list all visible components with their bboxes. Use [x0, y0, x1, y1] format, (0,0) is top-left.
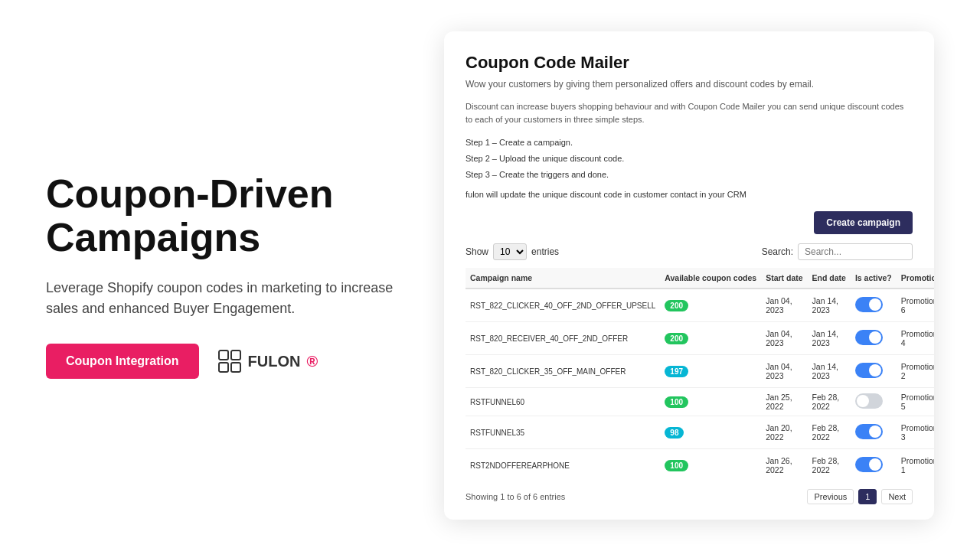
prev-button[interactable]: Previous	[807, 489, 854, 504]
cell-end-date: Jan 14, 2023	[808, 355, 851, 388]
panel-title: Coupon Code Mailer	[466, 53, 913, 73]
cell-is-active[interactable]	[851, 289, 897, 322]
cell-promotion: Promotion Code 3	[897, 416, 934, 449]
step-2: Step 2 – Upload the unique discount code…	[466, 151, 913, 167]
fulon-accent: ®	[306, 353, 318, 370]
create-campaign-button[interactable]: Create campaign	[814, 211, 913, 234]
bottom-row: Coupon Integration FULON®	[46, 344, 398, 379]
cell-available-codes: 100	[660, 388, 761, 416]
show-label: Show	[466, 246, 488, 257]
panel-header-actions: Create campaign	[466, 211, 913, 234]
cell-available-codes: 200	[660, 322, 761, 355]
col-start-date: Start date	[761, 268, 807, 289]
cell-start-date: Jan 04, 2023	[761, 289, 807, 322]
cell-available-codes: 200	[660, 289, 761, 322]
table-header-row: Campaign name Available coupon codes Sta…	[466, 268, 934, 289]
col-promotion-field: Promotion field	[897, 268, 934, 289]
fulon-logo: FULON®	[217, 349, 318, 373]
cell-campaign-name: RST_820_CLICKER_35_OFF_MAIN_OFFER	[466, 355, 660, 388]
hero-title: Coupon-Driven Campaigns	[46, 172, 398, 259]
active-toggle[interactable]	[855, 297, 883, 312]
cell-campaign-name: RSTFUNNEL35	[466, 416, 660, 449]
cell-campaign-name: RST_822_CLICKER_40_OFF_2ND_OFFER_UPSELL	[466, 289, 660, 322]
cell-promotion: Promotion Code 6	[897, 289, 934, 322]
col-is-active: Is active?	[851, 268, 897, 289]
active-toggle[interactable]	[855, 424, 883, 439]
svg-rect-2	[219, 363, 228, 372]
left-panel: Coupon-Driven Campaigns Leverage Shopify…	[46, 172, 398, 379]
cell-start-date: Jan 04, 2023	[761, 322, 807, 355]
table-row: RST2NDOFFEREARPHONE 100 Jan 26, 2022 Feb…	[466, 449, 934, 482]
col-available-codes: Available coupon codes	[660, 268, 761, 289]
entries-label: entries	[531, 246, 559, 257]
table-row: RST_820_CLICKER_35_OFF_MAIN_OFFER 197 Ja…	[466, 355, 934, 388]
cell-promotion: Promotion Code 5	[897, 388, 934, 416]
right-panel: Coupon Code Mailer Wow your customers by…	[444, 31, 934, 520]
cell-is-active[interactable]	[851, 416, 897, 449]
panel-description: Discount can increase buyers shopping be…	[466, 100, 913, 127]
cell-available-codes: 98	[660, 416, 761, 449]
cell-start-date: Jan 20, 2022	[761, 416, 807, 449]
pagination: Previous 1 Next	[807, 489, 913, 504]
cell-campaign-name: RST2NDOFFEREARPHONE	[466, 449, 660, 482]
search-input[interactable]	[798, 243, 913, 260]
step-3: Step 3 – Create the triggers and done.	[466, 167, 913, 183]
cell-start-date: Jan 26, 2022	[761, 449, 807, 482]
table-row: RSTFUNNEL60 100 Jan 25, 2022 Feb 28, 202…	[466, 388, 934, 416]
cell-available-codes: 197	[660, 355, 761, 388]
cell-end-date: Feb 28, 2022	[808, 449, 851, 482]
panel-note: fulon will update the unique discount co…	[466, 190, 913, 199]
next-button[interactable]: Next	[881, 489, 913, 504]
table-row: RST_822_CLICKER_40_OFF_2ND_OFFER_UPSELL …	[466, 289, 934, 322]
fulon-logo-icon	[217, 349, 242, 373]
table-row: RST_820_RECEIVER_40_OFF_2ND_OFFER 200 Ja…	[466, 322, 934, 355]
cell-promotion: Promotion Code 4	[897, 322, 934, 355]
active-toggle[interactable]	[855, 457, 883, 472]
cell-start-date: Jan 04, 2023	[761, 355, 807, 388]
svg-rect-1	[231, 350, 240, 360]
cell-promotion: Promotion Code 1	[897, 449, 934, 482]
step-1: Step 1 – Create a campaign.	[466, 135, 913, 151]
cell-end-date: Jan 14, 2023	[808, 289, 851, 322]
page-1-button[interactable]: 1	[858, 489, 877, 504]
table-row: RSTFUNNEL35 98 Jan 20, 2022 Feb 28, 2022…	[466, 416, 934, 449]
active-toggle[interactable]	[855, 363, 883, 378]
fulon-text: FULON	[248, 353, 301, 370]
table-footer: Showing 1 to 6 of 6 entries Previous 1 N…	[466, 489, 913, 504]
show-entries-control: Show 10 25 50 entries	[466, 243, 559, 260]
cell-end-date: Feb 28, 2022	[808, 388, 851, 416]
coupon-integration-button[interactable]: Coupon Integration	[46, 344, 199, 379]
cell-is-active[interactable]	[851, 322, 897, 355]
active-toggle[interactable]	[855, 330, 883, 345]
table-controls: Show 10 25 50 entries Search:	[466, 243, 913, 260]
cell-campaign-name: RSTFUNNEL60	[466, 388, 660, 416]
cell-is-active[interactable]	[851, 355, 897, 388]
panel-subtitle: Wow your customers by giving them person…	[466, 79, 913, 90]
active-toggle[interactable]	[855, 393, 883, 409]
cell-end-date: Jan 14, 2023	[808, 322, 851, 355]
svg-rect-0	[219, 350, 228, 360]
cell-promotion: Promotion Code 2	[897, 355, 934, 388]
panel-steps: Step 1 – Create a campaign. Step 2 – Upl…	[466, 135, 913, 183]
cell-is-active[interactable]	[851, 388, 897, 416]
col-campaign-name: Campaign name	[466, 268, 660, 289]
page-wrapper: Coupon-Driven Campaigns Leverage Shopify…	[0, 0, 980, 551]
hero-subtitle: Leverage Shopify coupon codes in marketi…	[46, 278, 398, 319]
search-box: Search:	[762, 243, 913, 260]
campaigns-table: Campaign name Available coupon codes Sta…	[466, 268, 934, 481]
svg-rect-3	[231, 363, 240, 372]
cell-start-date: Jan 25, 2022	[761, 388, 807, 416]
showing-entries: Showing 1 to 6 of 6 entries	[466, 492, 565, 501]
cell-available-codes: 100	[660, 449, 761, 482]
search-label: Search:	[762, 246, 793, 257]
col-end-date: End date	[808, 268, 851, 289]
entries-select[interactable]: 10 25 50	[493, 243, 527, 260]
cell-is-active[interactable]	[851, 449, 897, 482]
cell-campaign-name: RST_820_RECEIVER_40_OFF_2ND_OFFER	[466, 322, 660, 355]
cell-end-date: Feb 28, 2022	[808, 416, 851, 449]
